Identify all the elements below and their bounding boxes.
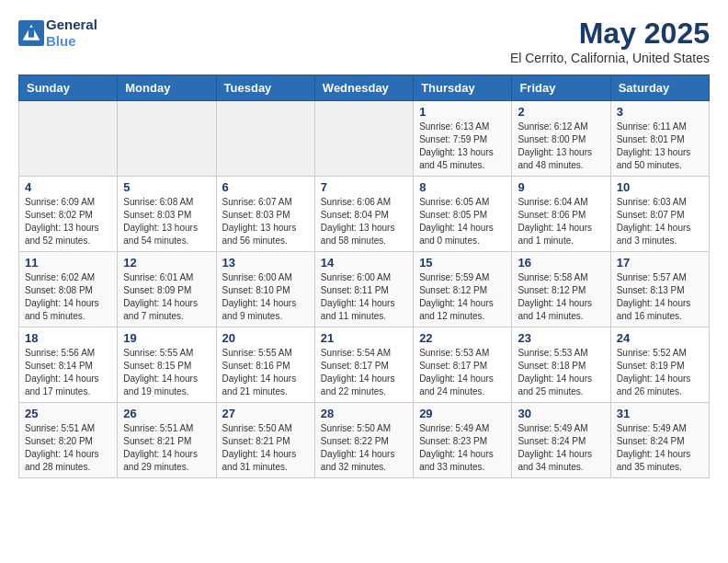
header: General Blue May 2025 El Cerrito, Califo… bbox=[18, 17, 710, 65]
calendar-week-2: 4Sunrise: 6:09 AM Sunset: 8:02 PM Daylig… bbox=[19, 177, 710, 252]
calendar-week-3: 11Sunrise: 6:02 AM Sunset: 8:08 PM Dayli… bbox=[19, 252, 710, 327]
col-header-sunday: Sunday bbox=[19, 75, 118, 101]
day-info: Sunrise: 5:50 AM Sunset: 8:22 PM Dayligh… bbox=[321, 422, 407, 474]
col-header-wednesday: Wednesday bbox=[314, 75, 413, 101]
col-header-monday: Monday bbox=[118, 75, 216, 101]
svg-rect-2 bbox=[28, 28, 34, 38]
day-number: 15 bbox=[419, 256, 506, 270]
logo-blue: Blue bbox=[46, 33, 97, 50]
calendar-cell: 19Sunrise: 5:55 AM Sunset: 8:15 PM Dayli… bbox=[118, 327, 216, 403]
calendar-cell: 7Sunrise: 6:06 AM Sunset: 8:04 PM Daylig… bbox=[314, 177, 413, 252]
calendar-cell: 28Sunrise: 5:50 AM Sunset: 8:22 PM Dayli… bbox=[314, 403, 413, 478]
calendar-week-1: 1Sunrise: 6:13 AM Sunset: 7:59 PM Daylig… bbox=[19, 101, 710, 177]
day-info: Sunrise: 5:51 AM Sunset: 8:20 PM Dayligh… bbox=[25, 422, 111, 474]
day-number: 26 bbox=[123, 407, 210, 420]
calendar-cell: 6Sunrise: 6:07 AM Sunset: 8:03 PM Daylig… bbox=[216, 177, 314, 252]
day-number: 7 bbox=[321, 180, 407, 194]
day-info: Sunrise: 6:02 AM Sunset: 8:08 PM Dayligh… bbox=[25, 271, 111, 323]
day-info: Sunrise: 5:56 AM Sunset: 8:14 PM Dayligh… bbox=[25, 347, 111, 398]
calendar-cell: 1Sunrise: 6:13 AM Sunset: 7:59 PM Daylig… bbox=[414, 101, 512, 177]
day-info: Sunrise: 5:55 AM Sunset: 8:15 PM Dayligh… bbox=[123, 347, 210, 398]
day-info: Sunrise: 5:52 AM Sunset: 8:19 PM Dayligh… bbox=[617, 347, 703, 398]
day-number: 22 bbox=[419, 331, 506, 345]
location: El Cerrito, California, United States bbox=[510, 51, 710, 65]
day-info: Sunrise: 6:06 AM Sunset: 8:04 PM Dayligh… bbox=[321, 196, 407, 247]
day-number: 2 bbox=[518, 105, 604, 119]
calendar-cell: 2Sunrise: 6:12 AM Sunset: 8:00 PM Daylig… bbox=[512, 101, 610, 177]
day-number: 5 bbox=[123, 180, 210, 194]
col-header-thursday: Thursday bbox=[414, 75, 512, 101]
calendar-week-5: 25Sunrise: 5:51 AM Sunset: 8:20 PM Dayli… bbox=[19, 403, 710, 478]
day-number: 20 bbox=[222, 331, 309, 345]
calendar-cell: 30Sunrise: 5:49 AM Sunset: 8:24 PM Dayli… bbox=[512, 403, 610, 478]
day-number: 12 bbox=[123, 256, 210, 270]
day-number: 6 bbox=[222, 180, 309, 194]
calendar-cell: 14Sunrise: 6:00 AM Sunset: 8:11 PM Dayli… bbox=[314, 252, 413, 327]
day-info: Sunrise: 6:09 AM Sunset: 8:02 PM Dayligh… bbox=[25, 196, 111, 247]
calendar-cell: 12Sunrise: 6:01 AM Sunset: 8:09 PM Dayli… bbox=[118, 252, 216, 327]
day-number: 21 bbox=[321, 331, 407, 345]
day-info: Sunrise: 6:12 AM Sunset: 8:00 PM Dayligh… bbox=[518, 121, 604, 172]
calendar-cell: 3Sunrise: 6:11 AM Sunset: 8:01 PM Daylig… bbox=[610, 101, 709, 177]
calendar-cell: 18Sunrise: 5:56 AM Sunset: 8:14 PM Dayli… bbox=[19, 327, 118, 403]
calendar-cell: 20Sunrise: 5:55 AM Sunset: 8:16 PM Dayli… bbox=[216, 327, 314, 403]
calendar-week-4: 18Sunrise: 5:56 AM Sunset: 8:14 PM Dayli… bbox=[19, 327, 710, 403]
day-info: Sunrise: 6:03 AM Sunset: 8:07 PM Dayligh… bbox=[617, 196, 703, 247]
calendar-cell: 21Sunrise: 5:54 AM Sunset: 8:17 PM Dayli… bbox=[314, 327, 413, 403]
day-info: Sunrise: 5:49 AM Sunset: 8:23 PM Dayligh… bbox=[419, 422, 506, 474]
day-info: Sunrise: 5:59 AM Sunset: 8:12 PM Dayligh… bbox=[419, 271, 506, 323]
calendar-cell: 5Sunrise: 6:08 AM Sunset: 8:03 PM Daylig… bbox=[118, 177, 216, 252]
col-header-saturday: Saturday bbox=[610, 75, 709, 101]
calendar-cell: 27Sunrise: 5:50 AM Sunset: 8:21 PM Dayli… bbox=[216, 403, 314, 478]
calendar-cell bbox=[118, 101, 216, 177]
day-number: 23 bbox=[518, 331, 604, 345]
page: General Blue May 2025 El Cerrito, Califo… bbox=[0, 0, 728, 495]
day-info: Sunrise: 6:00 AM Sunset: 8:11 PM Dayligh… bbox=[321, 271, 407, 323]
title-block: May 2025 El Cerrito, California, United … bbox=[510, 17, 710, 65]
day-number: 1 bbox=[419, 105, 506, 119]
day-number: 17 bbox=[617, 256, 703, 270]
col-header-tuesday: Tuesday bbox=[216, 75, 314, 101]
day-info: Sunrise: 5:58 AM Sunset: 8:12 PM Dayligh… bbox=[518, 271, 604, 323]
day-number: 27 bbox=[222, 407, 309, 420]
day-number: 30 bbox=[518, 407, 604, 420]
day-number: 3 bbox=[617, 105, 703, 119]
day-number: 4 bbox=[25, 180, 111, 194]
day-info: Sunrise: 5:54 AM Sunset: 8:17 PM Dayligh… bbox=[321, 347, 407, 398]
day-info: Sunrise: 6:04 AM Sunset: 8:06 PM Dayligh… bbox=[518, 196, 604, 247]
calendar-cell: 24Sunrise: 5:52 AM Sunset: 8:19 PM Dayli… bbox=[610, 327, 709, 403]
day-info: Sunrise: 5:55 AM Sunset: 8:16 PM Dayligh… bbox=[222, 347, 309, 398]
day-info: Sunrise: 6:01 AM Sunset: 8:09 PM Dayligh… bbox=[123, 271, 210, 323]
calendar-cell: 11Sunrise: 6:02 AM Sunset: 8:08 PM Dayli… bbox=[19, 252, 118, 327]
col-header-friday: Friday bbox=[512, 75, 610, 101]
calendar-cell: 25Sunrise: 5:51 AM Sunset: 8:20 PM Dayli… bbox=[19, 403, 118, 478]
calendar-cell: 16Sunrise: 5:58 AM Sunset: 8:12 PM Dayli… bbox=[512, 252, 610, 327]
calendar-cell: 26Sunrise: 5:51 AM Sunset: 8:21 PM Dayli… bbox=[118, 403, 216, 478]
day-info: Sunrise: 5:57 AM Sunset: 8:13 PM Dayligh… bbox=[617, 271, 703, 323]
day-info: Sunrise: 6:00 AM Sunset: 8:10 PM Dayligh… bbox=[222, 271, 309, 323]
calendar-header-row: SundayMondayTuesdayWednesdayThursdayFrid… bbox=[19, 75, 710, 101]
day-number: 31 bbox=[617, 407, 703, 420]
day-number: 9 bbox=[518, 180, 604, 194]
day-number: 29 bbox=[419, 407, 506, 420]
day-info: Sunrise: 6:07 AM Sunset: 8:03 PM Dayligh… bbox=[222, 196, 309, 247]
logo-general: General bbox=[46, 17, 97, 33]
day-number: 11 bbox=[25, 256, 111, 270]
day-number: 13 bbox=[222, 256, 309, 270]
logo-icon bbox=[18, 20, 44, 46]
day-number: 14 bbox=[321, 256, 407, 270]
calendar-cell: 31Sunrise: 5:49 AM Sunset: 8:24 PM Dayli… bbox=[610, 403, 709, 478]
day-number: 18 bbox=[25, 331, 111, 345]
day-number: 10 bbox=[617, 180, 703, 194]
day-info: Sunrise: 6:11 AM Sunset: 8:01 PM Dayligh… bbox=[617, 121, 703, 172]
day-info: Sunrise: 6:08 AM Sunset: 8:03 PM Dayligh… bbox=[123, 196, 210, 247]
calendar-cell: 13Sunrise: 6:00 AM Sunset: 8:10 PM Dayli… bbox=[216, 252, 314, 327]
calendar-cell: 17Sunrise: 5:57 AM Sunset: 8:13 PM Dayli… bbox=[610, 252, 709, 327]
calendar-cell: 9Sunrise: 6:04 AM Sunset: 8:06 PM Daylig… bbox=[512, 177, 610, 252]
calendar-cell: 29Sunrise: 5:49 AM Sunset: 8:23 PM Dayli… bbox=[414, 403, 512, 478]
logo: General Blue bbox=[18, 17, 97, 50]
calendar-cell: 15Sunrise: 5:59 AM Sunset: 8:12 PM Dayli… bbox=[414, 252, 512, 327]
day-info: Sunrise: 6:13 AM Sunset: 7:59 PM Dayligh… bbox=[419, 121, 506, 172]
day-info: Sunrise: 5:50 AM Sunset: 8:21 PM Dayligh… bbox=[222, 422, 309, 474]
day-info: Sunrise: 5:51 AM Sunset: 8:21 PM Dayligh… bbox=[123, 422, 210, 474]
